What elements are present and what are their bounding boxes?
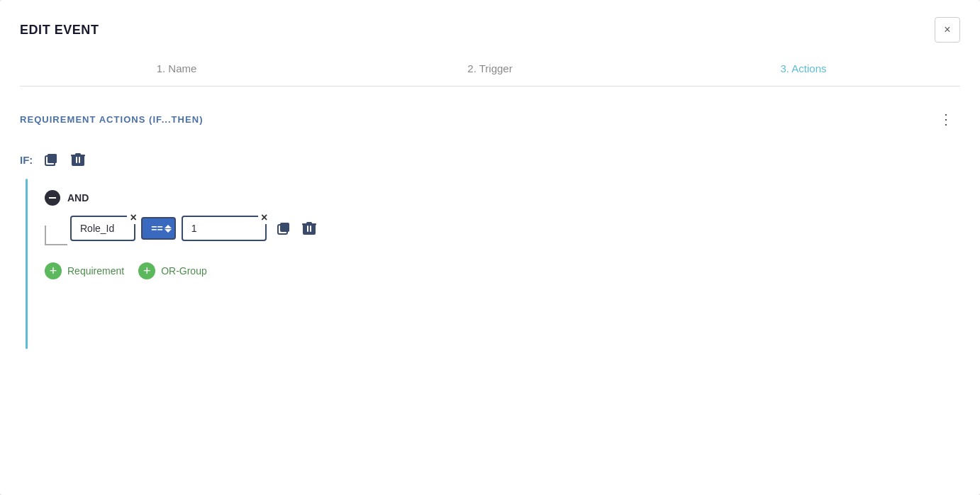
- svg-rect-13: [302, 223, 316, 226]
- field-chip-label: Role_Id: [80, 223, 114, 234]
- value-close-button[interactable]: ×: [258, 211, 271, 224]
- tree-content: AND Role_Id × ==: [28, 179, 319, 279]
- add-requirement-label: Requirement: [67, 265, 124, 277]
- modal-title: EDIT EVENT: [20, 23, 99, 38]
- if-row: IF:: [20, 149, 960, 170]
- add-or-group-icon: +: [138, 262, 155, 279]
- action-icons: [272, 218, 319, 239]
- field-chip[interactable]: Role_Id ×: [70, 216, 135, 241]
- value-input[interactable]: [183, 217, 247, 240]
- operator-down-arrow[interactable]: [165, 229, 172, 233]
- close-button[interactable]: ×: [935, 17, 960, 43]
- condition-row-wrapper: Role_Id × == ×: [28, 211, 319, 245]
- svg-rect-10: [280, 223, 289, 232]
- step-name[interactable]: 1. Name: [20, 62, 333, 86]
- step-trigger[interactable]: 2. Trigger: [333, 62, 647, 86]
- add-requirement-icon: +: [45, 262, 62, 279]
- operator-spinner[interactable]: [165, 225, 172, 233]
- svg-rect-8: [79, 157, 80, 163]
- operator-text: ==: [151, 223, 162, 234]
- section-header: REQUIREMENT ACTIONS (IF...THEN) ⋮: [20, 109, 960, 129]
- modal-content: REQUIREMENT ACTIONS (IF...THEN) ⋮ IF:: [0, 87, 980, 369]
- svg-rect-3: [48, 154, 57, 163]
- add-requirement-button[interactable]: + Requirement: [45, 262, 124, 279]
- value-down-arrow[interactable]: [247, 229, 254, 233]
- svg-rect-7: [76, 157, 77, 163]
- operator-up-arrow[interactable]: [165, 225, 172, 228]
- field-chip-close[interactable]: ×: [127, 211, 140, 224]
- value-input-wrapper: ×: [182, 216, 267, 241]
- delete-if-button[interactable]: [68, 149, 88, 170]
- svg-rect-14: [307, 226, 308, 232]
- delete-condition-button[interactable]: [299, 218, 319, 239]
- copy-if-button[interactable]: [40, 149, 61, 170]
- add-or-group-label: OR-Group: [161, 265, 207, 277]
- condition-tree: AND Role_Id × ==: [26, 179, 960, 349]
- l-connector: [45, 226, 67, 245]
- operator-select[interactable]: ==: [141, 217, 175, 240]
- value-spinner[interactable]: [247, 224, 258, 233]
- trash-icon: [302, 221, 316, 236]
- copy-icon: [43, 152, 58, 167]
- more-options-button[interactable]: ⋮: [933, 109, 960, 129]
- edit-event-modal: EDIT EVENT × 1. Name 2. Trigger 3. Actio…: [0, 0, 980, 495]
- modal-header: EDIT EVENT ×: [0, 0, 980, 43]
- collapse-and-button[interactable]: [45, 190, 60, 206]
- add-or-group-button[interactable]: + OR-Group: [138, 262, 207, 279]
- and-row: AND: [28, 179, 319, 211]
- section-title: REQUIREMENT ACTIONS (IF...THEN): [20, 114, 204, 125]
- steps-nav: 1. Name 2. Trigger 3. Actions: [0, 43, 980, 86]
- svg-rect-15: [310, 226, 311, 232]
- if-label: IF:: [20, 154, 33, 166]
- copy-icon: [275, 221, 291, 236]
- trash-icon: [71, 152, 85, 167]
- condition-row: Role_Id × == ×: [70, 216, 319, 241]
- svg-rect-6: [71, 155, 85, 157]
- add-buttons-row: + Requirement + OR-Group: [28, 262, 319, 279]
- step-actions[interactable]: 3. Actions: [647, 62, 960, 86]
- value-up-arrow[interactable]: [247, 224, 254, 228]
- copy-condition-button[interactable]: [272, 218, 294, 239]
- and-label: AND: [67, 192, 89, 204]
